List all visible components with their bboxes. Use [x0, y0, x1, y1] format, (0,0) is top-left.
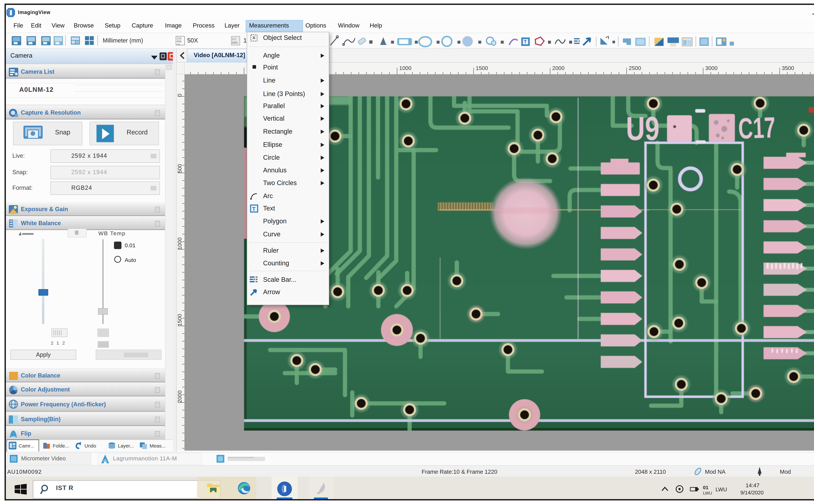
svg-text:2000: 2000 — [552, 65, 565, 71]
svg-text:T: T — [252, 206, 256, 212]
svg-text:um: um — [177, 43, 180, 45]
svg-text:U9: U9 — [626, 110, 660, 147]
svg-text:3500: 3500 — [782, 65, 794, 71]
svg-text:3000: 3000 — [705, 65, 718, 71]
svg-text:1000: 1000 — [177, 237, 183, 250]
svg-text:1500: 1500 — [476, 65, 488, 71]
svg-text:C17: C17 — [738, 111, 776, 145]
svg-text:50%: 50% — [232, 41, 238, 44]
svg-text:1500: 1500 — [177, 314, 183, 326]
svg-text:2500: 2500 — [629, 65, 641, 71]
svg-text:T: T — [524, 39, 527, 44]
svg-text:1:1: 1:1 — [232, 37, 236, 41]
svg-text:500: 500 — [177, 164, 183, 173]
svg-text:0: 0 — [177, 94, 183, 97]
svg-text:2000: 2000 — [177, 390, 183, 403]
svg-text:123: 123 — [177, 37, 181, 40]
svg-text:1000: 1000 — [399, 65, 412, 71]
